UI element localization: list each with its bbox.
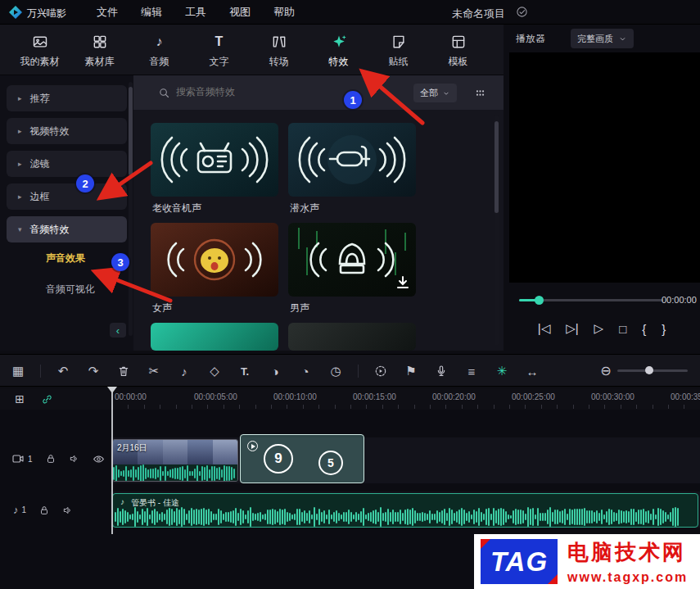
- music-note-icon: ♪: [13, 504, 19, 516]
- sidebar-label: 音频特效: [30, 223, 70, 237]
- tab-my-media[interactable]: 我的素材: [10, 25, 70, 75]
- undo-icon[interactable]: ↶: [55, 364, 71, 378]
- playhead-handle[interactable]: [107, 387, 117, 393]
- next-frame-button[interactable]: ▷|: [566, 321, 578, 336]
- effect-card-partial-2[interactable]: [288, 323, 416, 351]
- seek-handle[interactable]: [535, 296, 544, 305]
- split-scissors-icon[interactable]: ✂: [146, 364, 162, 378]
- search-input[interactable]: [176, 86, 373, 97]
- sidebar-item-recommended[interactable]: ▸ 推荐: [7, 85, 127, 111]
- redo-icon[interactable]: ↷: [85, 364, 102, 378]
- effect-card-male-voice[interactable]: [288, 223, 416, 297]
- sidebar-item-borders[interactable]: ▸ 边框: [7, 183, 127, 210]
- menu-edit[interactable]: 编辑: [141, 5, 162, 20]
- effects-sidebar: ▸ 推荐 ▸ 视频特效 ▸ 滤镜 ▸ 边框 ▾ 音频特效 声音效果 音频可视化 …: [0, 75, 133, 351]
- effect-name: 男声: [290, 301, 309, 315]
- sidebar-subitem-audio-visualizer[interactable]: 音频可视化: [46, 283, 95, 297]
- filter-dropdown[interactable]: 全部: [413, 84, 457, 102]
- tab-stock-library[interactable]: 素材库: [70, 25, 129, 75]
- countdown-digit: 5: [327, 456, 334, 469]
- eye-icon[interactable]: [93, 453, 105, 465]
- audio-music-clip[interactable]: ♪ 管晏书 - 佳途: [112, 493, 698, 528]
- sidebar-item-video-effects[interactable]: ▸ 视频特效: [7, 118, 127, 144]
- more-options-icon[interactable]: [473, 86, 487, 100]
- add-text-icon[interactable]: T.: [237, 365, 253, 378]
- chevron-left-icon: ‹: [116, 324, 120, 337]
- lock-icon[interactable]: [45, 453, 56, 464]
- effect-card-old-radio[interactable]: [151, 123, 278, 197]
- tab-templates[interactable]: 模板: [428, 25, 488, 75]
- mask-icon[interactable]: ◑: [267, 365, 283, 378]
- auto-ripple-link-icon[interactable]: [41, 393, 53, 406]
- watermark-site-name: 电脑技术网: [567, 538, 688, 567]
- ruler-tick: 00:00:30:00: [591, 392, 635, 401]
- tab-audio[interactable]: ♪ 音频: [129, 25, 189, 75]
- play-button[interactable]: ▷: [594, 321, 604, 336]
- video-clip-photos[interactable]: 2月16日: [112, 439, 238, 482]
- subtitle-list-icon[interactable]: ≡: [463, 365, 480, 378]
- tab-label: 我的素材: [20, 55, 60, 69]
- timeline-ruler[interactable]: ⊞ 00:00:00 00:00:05:00 00:00:10:00 00:00…: [0, 388, 700, 410]
- chevron-right-icon: ▸: [18, 193, 22, 201]
- tab-stickers[interactable]: 贴纸: [368, 25, 428, 75]
- chevron-down-icon: [442, 89, 450, 97]
- playhead[interactable]: [111, 387, 113, 534]
- detach-audio-icon[interactable]: ♪: [176, 365, 192, 378]
- menu-items: 文件 编辑 工具 视图 帮助: [97, 0, 295, 25]
- tab-effects[interactable]: 特效: [309, 25, 368, 75]
- effects-scrollbar-thumb[interactable]: [495, 121, 499, 213]
- timeline-zoom-handle[interactable]: [645, 366, 653, 374]
- diving-thumbnail: [288, 123, 416, 197]
- sidebar-label: 推荐: [30, 92, 50, 106]
- mark-in-button[interactable]: {: [642, 322, 646, 336]
- sidebar-subitem-sound-effects[interactable]: 声音效果: [46, 251, 85, 265]
- audio-track-header: ♪ 1: [13, 504, 74, 516]
- collapse-sidebar-button[interactable]: ‹: [110, 323, 126, 338]
- video-clip-label: 2月16日: [117, 442, 147, 454]
- ruler-tick: 00:00:35: [671, 392, 700, 401]
- lock-icon[interactable]: [38, 505, 50, 516]
- menu-help[interactable]: 帮助: [273, 5, 295, 20]
- stop-button[interactable]: □: [619, 322, 626, 336]
- tab-label: 音频: [150, 55, 169, 69]
- menu-file[interactable]: 文件: [97, 5, 118, 20]
- sidebar-item-audio-effects[interactable]: ▾ 音频特效: [7, 216, 127, 242]
- tab-text[interactable]: T 文字: [189, 25, 249, 75]
- tab-transition[interactable]: 转场: [249, 25, 309, 75]
- speed-icon[interactable]: ◔: [297, 365, 314, 378]
- effect-card-female-voice[interactable]: [151, 223, 278, 297]
- countdown-clip[interactable]: 9 5: [240, 434, 364, 483]
- menu-view[interactable]: 视图: [229, 5, 251, 20]
- step-badge-3: 3: [111, 253, 129, 271]
- divider: [358, 365, 359, 378]
- add-track-icon[interactable]: ⊞: [11, 392, 28, 406]
- zoom-out-icon[interactable]: ⊖: [598, 363, 614, 378]
- sidebar-scrollbar-thumb[interactable]: [129, 87, 133, 175]
- delete-icon[interactable]: [115, 365, 132, 378]
- mark-out-button[interactable]: }: [662, 322, 666, 336]
- playback-time: 00:00:00: [662, 295, 697, 305]
- media-panel-icon[interactable]: ▦: [10, 364, 26, 378]
- sidebar-item-filters[interactable]: ▸ 滤镜: [7, 151, 127, 177]
- duration-icon[interactable]: ◷: [327, 364, 344, 378]
- search-icon: [158, 87, 170, 99]
- keyframe-icon[interactable]: ✳: [494, 364, 510, 378]
- step-number: 1: [350, 94, 355, 106]
- menu-tools[interactable]: 工具: [185, 5, 206, 20]
- countdown-digit: 9: [274, 451, 282, 467]
- tag-icon[interactable]: ◇: [206, 364, 223, 378]
- record-mic-icon[interactable]: [433, 365, 449, 378]
- fit-timeline-icon[interactable]: ↔: [524, 365, 540, 378]
- render-preview-icon[interactable]: [373, 365, 389, 378]
- logo-accent-triangle: [481, 539, 490, 549]
- marker-flag-icon[interactable]: ⚑: [403, 364, 419, 378]
- speaker-icon[interactable]: [62, 505, 74, 516]
- sidebar-label: 边框: [30, 190, 50, 204]
- chevron-down-icon: [618, 34, 627, 43]
- effect-name: 潜水声: [290, 202, 319, 215]
- effect-card-diving[interactable]: [288, 123, 416, 197]
- effect-card-partial-1[interactable]: [151, 323, 278, 351]
- prev-frame-button[interactable]: |◁: [538, 321, 550, 336]
- speaker-icon[interactable]: [69, 453, 80, 464]
- quality-dropdown[interactable]: 完整画质: [571, 29, 634, 48]
